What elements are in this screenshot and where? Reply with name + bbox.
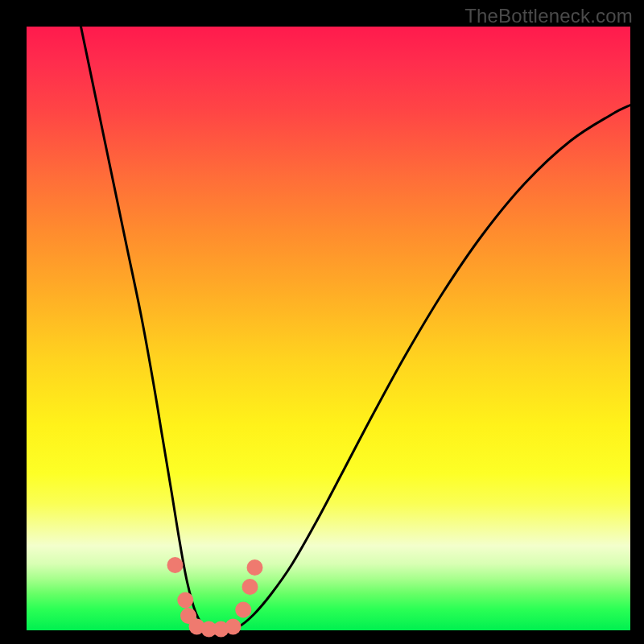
curve-layer xyxy=(27,27,630,630)
highlight-dot xyxy=(235,602,251,618)
plot-area xyxy=(27,27,630,630)
highlight-dot xyxy=(225,619,242,635)
highlight-dot xyxy=(177,592,193,609)
highlight-dots xyxy=(167,557,263,638)
highlight-dot xyxy=(242,579,258,595)
chart-frame: TheBottleneck.com xyxy=(0,0,644,644)
highlight-dot xyxy=(247,559,263,576)
watermark-text: TheBottleneck.com xyxy=(464,5,633,27)
bottleneck-curve xyxy=(81,27,631,631)
highlight-dot xyxy=(167,557,184,573)
